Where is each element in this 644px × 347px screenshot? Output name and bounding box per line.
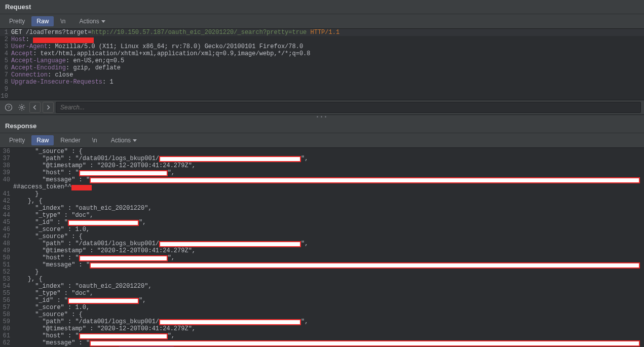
svg-line-10 bbox=[23, 105, 24, 105]
tab-newline-resp[interactable]: \n bbox=[87, 135, 102, 145]
request-toolbar: Pretty Raw \n Actions bbox=[0, 14, 644, 29]
response-header: Response bbox=[0, 119, 644, 133]
redacted-token bbox=[71, 185, 92, 190]
redacted-host bbox=[79, 170, 168, 176]
arrow-right-icon[interactable] bbox=[43, 102, 54, 113]
tab-render-resp[interactable]: Render bbox=[55, 135, 85, 145]
redacted-message bbox=[90, 177, 640, 183]
redacted-id bbox=[68, 298, 139, 304]
redacted-id bbox=[68, 220, 139, 226]
svg-text:?: ? bbox=[7, 105, 10, 110]
svg-point-2 bbox=[21, 106, 23, 108]
help-icon[interactable]: ? bbox=[3, 102, 14, 113]
chevron-down-icon bbox=[133, 139, 137, 142]
actions-dropdown[interactable]: Actions bbox=[75, 16, 109, 26]
tab-raw[interactable]: Raw bbox=[31, 16, 54, 26]
response-toolbar: Pretty Raw Render \n Actions bbox=[0, 133, 644, 148]
redacted-path bbox=[159, 156, 301, 162]
response-body[interactable]: 36 "_source" : { 37 "path" : "/data001/l… bbox=[0, 148, 644, 347]
tab-newline[interactable]: \n bbox=[55, 16, 70, 26]
redacted-message bbox=[90, 340, 640, 346]
redacted-host bbox=[79, 333, 168, 339]
svg-line-7 bbox=[19, 105, 20, 105]
redacted-path bbox=[159, 319, 301, 325]
svg-line-9 bbox=[19, 109, 20, 109]
redacted-host bbox=[33, 37, 94, 43]
request-header: Request bbox=[0, 0, 644, 14]
redacted-message bbox=[90, 262, 640, 268]
search-input[interactable] bbox=[56, 102, 641, 113]
gear-icon[interactable] bbox=[16, 102, 27, 113]
chevron-down-icon bbox=[101, 20, 105, 23]
request-body[interactable]: 1GET /loadTerms?target=http://10.150.57.… bbox=[0, 29, 644, 100]
redacted-host bbox=[79, 255, 168, 261]
tab-pretty[interactable]: Pretty bbox=[4, 16, 30, 26]
tab-pretty-resp[interactable]: Pretty bbox=[4, 135, 30, 145]
arrow-left-icon[interactable] bbox=[29, 102, 41, 113]
search-bar: ? bbox=[0, 100, 644, 115]
actions-label-resp: Actions bbox=[111, 137, 131, 144]
panel-divider[interactable]: ••• bbox=[0, 115, 644, 119]
actions-dropdown-resp[interactable]: Actions bbox=[107, 135, 141, 145]
actions-label: Actions bbox=[79, 18, 99, 25]
tab-raw-resp[interactable]: Raw bbox=[31, 135, 54, 145]
redacted-path bbox=[159, 241, 301, 247]
svg-line-8 bbox=[23, 109, 24, 109]
